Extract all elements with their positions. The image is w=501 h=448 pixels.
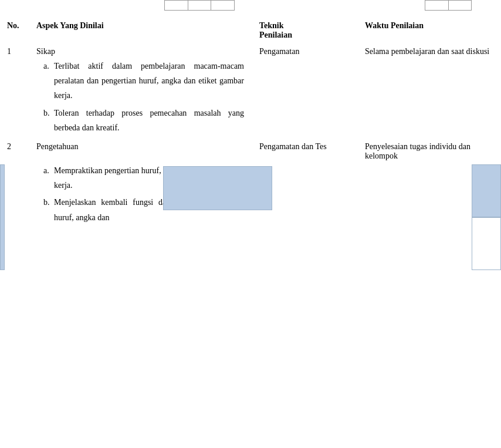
row-2-teknik: Pengamatan dan Tes xyxy=(252,140,358,161)
top-decorative-box-right xyxy=(425,0,472,11)
table-row: a.Terlibat aktif dalam pembelajaran maca… xyxy=(0,56,501,103)
teknik-subtitle: Penilaian xyxy=(259,31,351,40)
header-teknik: Teknik Penilaian xyxy=(252,16,358,45)
row-1a-text: Terlibat aktif dalam pembelajaran macam-… xyxy=(54,59,244,103)
row-1a-content: a.Terlibat aktif dalam pembelajaran maca… xyxy=(36,59,245,103)
row-1-label: Sikap xyxy=(29,45,252,56)
row-1b-aspek: b.Toleran terhadap proses pemecahan masa… xyxy=(29,103,252,135)
spacer-row xyxy=(0,135,501,140)
row-1b-teknik xyxy=(252,103,358,135)
row-1a-letter: a. xyxy=(43,59,54,73)
row-1a-no xyxy=(0,56,29,103)
row-1b-no xyxy=(0,103,29,135)
teknik-title: Teknik xyxy=(259,21,351,31)
table-row: b.Toleran terhadap proses pemecahan masa… xyxy=(0,103,501,135)
row-1-waktu: Selama pembelajaran dan saat diskusi xyxy=(358,45,501,56)
top-decorative-box-left xyxy=(164,0,235,11)
row-2b-letter: b. xyxy=(43,195,54,210)
row-2a-letter: a. xyxy=(43,163,54,178)
header-no: No. xyxy=(0,16,29,45)
row-2-waktu: Penyelesaian tugas individu dan kelompok xyxy=(358,140,501,161)
table-row: 2 Pengetahuan Pengamatan dan Tes Penyele… xyxy=(0,140,501,161)
header-aspek: Aspek Yang Dinilai xyxy=(29,16,252,45)
table-row: 1 Sikap Pengamatan Selama pembelajaran d… xyxy=(0,45,501,56)
row-1a-aspek: a.Terlibat aktif dalam pembelajaran maca… xyxy=(29,56,252,103)
table-header-row: No. Aspek Yang Dinilai Teknik Penilaian … xyxy=(0,16,501,45)
row-1-no: 1 xyxy=(0,45,29,56)
row-2-label: Pengetahuan xyxy=(29,140,252,161)
row-2-no: 2 xyxy=(0,140,29,161)
right-top-box xyxy=(472,164,501,217)
header-waktu: Waktu Penilaian xyxy=(358,16,501,45)
page-container: No. Aspek Yang Dinilai Teknik Penilaian … xyxy=(0,0,501,448)
row-1b-waktu xyxy=(358,103,501,135)
row-1a-waktu xyxy=(358,56,501,103)
row-1-teknik: Pengamatan xyxy=(252,45,358,56)
row-1a-teknik xyxy=(252,56,358,103)
row-1b-text: Toleran terhadap proses pemecahan masala… xyxy=(54,106,244,135)
row-1b-content: b.Toleran terhadap proses pemecahan masa… xyxy=(36,106,245,135)
right-bottom-strip xyxy=(472,217,501,270)
left-border-strip xyxy=(0,164,5,270)
blue-highlight-overlay xyxy=(163,166,272,210)
row-1b-letter: b. xyxy=(43,106,54,120)
